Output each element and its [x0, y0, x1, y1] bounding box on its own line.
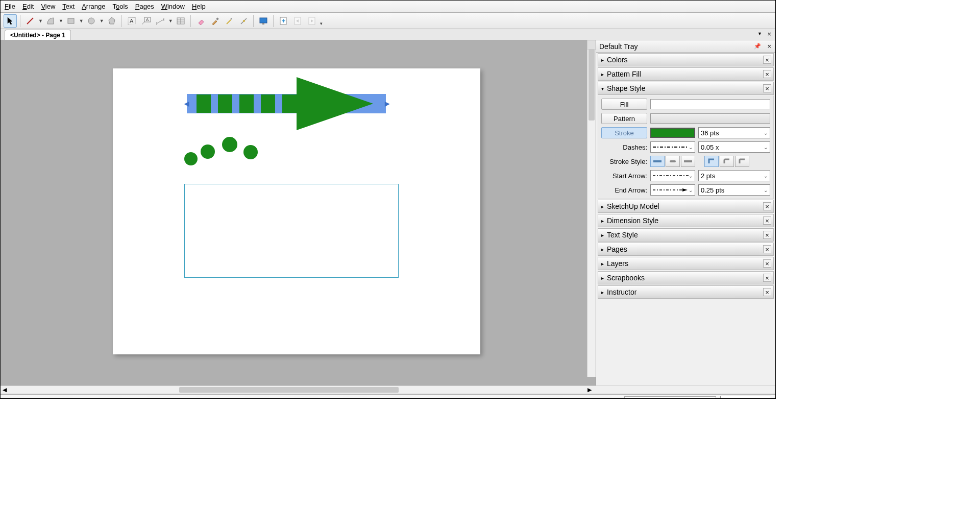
panel-text-style-close[interactable]: × — [763, 231, 771, 239]
join-round-button[interactable] — [720, 156, 734, 167]
panel-shape-style-close[interactable]: × — [763, 84, 771, 92]
text-tool[interactable]: A — [125, 14, 138, 28]
split-tool[interactable] — [223, 14, 236, 28]
panel-pages[interactable]: ▸Pages× — [598, 243, 774, 256]
arrow-shape[interactable] — [189, 75, 404, 136]
select-tool[interactable] — [4, 14, 17, 28]
panel-instructor-close[interactable]: × — [763, 288, 771, 296]
dashes-pattern-dropdown[interactable]: ⌄ — [650, 141, 695, 153]
menu-tools[interactable]: Tools — [112, 3, 128, 10]
next-page-tool[interactable] — [305, 14, 318, 28]
panel-layers[interactable]: ▸Layers× — [598, 257, 774, 270]
panel-pages-close[interactable]: × — [763, 245, 771, 253]
polygon-tool[interactable] — [105, 14, 118, 28]
style-tool[interactable] — [208, 14, 222, 28]
scroll-left-button[interactable]: ◀ — [3, 387, 7, 393]
menu-help[interactable]: Help — [192, 3, 206, 10]
table-tool[interactable] — [174, 14, 187, 28]
end-arrow-size-dropdown[interactable]: 0.25 pts⌄ — [698, 184, 770, 196]
prev-page-tool[interactable] — [291, 14, 304, 28]
join-miter-button[interactable] — [704, 156, 719, 167]
measurements-input[interactable] — [624, 396, 716, 399]
vertical-scrollbar[interactable] — [587, 40, 596, 377]
document-tab[interactable]: <Untitled> - Page 1 — [5, 30, 71, 40]
circle-tool[interactable] — [85, 14, 98, 28]
cap-flat-button[interactable] — [650, 156, 665, 167]
panel-sketchup-model[interactable]: ▸SketchUp Model× — [598, 200, 774, 213]
arc-tool[interactable] — [44, 14, 57, 28]
start-arrow-label: Start Arrow: — [601, 172, 647, 180]
horizontal-scrollbar[interactable]: ◀ ▶ — [1, 386, 775, 394]
menu-window[interactable]: Window — [161, 3, 185, 10]
start-arrow-size-dropdown[interactable]: 2 pts⌄ — [698, 170, 770, 181]
panel-pattern-fill[interactable]: ▸Pattern Fill× — [598, 67, 774, 81]
dot-shape-3[interactable] — [222, 137, 237, 152]
tray-title-bar[interactable]: Default Tray 📌 × — [596, 40, 775, 53]
panel-scrapbooks[interactable]: ▸Scrapbooks× — [598, 271, 774, 284]
circle-tool-dropdown[interactable]: ▼ — [100, 18, 104, 23]
end-arrow-dropdown[interactable]: ⌄ — [650, 184, 695, 196]
dot-shape-1[interactable] — [184, 152, 198, 165]
panel-text-style[interactable]: ▸Text Style× — [598, 228, 774, 242]
pattern-swatch[interactable] — [650, 113, 770, 124]
scroll-right-button[interactable]: ▶ — [587, 387, 592, 393]
svg-text:A: A — [146, 17, 149, 22]
menu-arrange[interactable]: Arrange — [82, 3, 105, 10]
document-tabs: <Untitled> - Page 1 ▼ × — [1, 29, 775, 40]
panel-instructor[interactable]: ▸Instructor× — [598, 285, 774, 299]
dimension-tool[interactable] — [154, 14, 167, 28]
panel-dimension-style[interactable]: ▸Dimension Style× — [598, 214, 774, 227]
rect-tool[interactable] — [64, 14, 78, 28]
panel-scrapbooks-close[interactable]: × — [763, 274, 771, 282]
panel-colors-close[interactable]: × — [763, 56, 771, 64]
start-arrow-dropdown[interactable]: ⌄ — [650, 170, 695, 181]
pattern-button[interactable]: Pattern — [601, 113, 647, 124]
panel-colors[interactable]: ▸Colors× — [598, 53, 774, 66]
eraser-tool[interactable] — [194, 14, 207, 28]
panel-shape-style[interactable]: ▾Shape Style× — [598, 82, 774, 95]
svg-rect-27 — [653, 160, 662, 162]
menu-pages[interactable]: Pages — [135, 3, 154, 10]
scroll-thumb[interactable] — [179, 387, 399, 393]
panel-dimension-close[interactable]: × — [763, 217, 771, 225]
canvas[interactable]: ◀ ▶ + — [1, 40, 596, 386]
cap-round-button[interactable] — [666, 156, 680, 167]
join-tool[interactable] — [237, 14, 250, 28]
tray-close-button[interactable]: × — [767, 42, 771, 50]
tab-list-dropdown[interactable]: ▼ — [757, 31, 762, 36]
line-tool[interactable] — [23, 14, 37, 28]
join-bevel-button[interactable] — [735, 156, 749, 167]
dashes-scale-dropdown[interactable]: 0.05 x⌄ — [698, 141, 770, 153]
cap-square-button[interactable] — [681, 156, 695, 167]
label-tool[interactable]: A — [139, 14, 153, 28]
menu-file[interactable]: File — [5, 3, 15, 10]
stroke-size-dropdown[interactable]: 36 pts⌄ — [698, 127, 770, 138]
line-tool-dropdown[interactable]: ▼ — [38, 18, 43, 23]
fill-button[interactable]: Fill — [601, 99, 647, 110]
menu-text[interactable]: Text — [62, 3, 75, 10]
svg-rect-18 — [260, 18, 267, 23]
fill-swatch[interactable] — [650, 99, 770, 109]
menu-view[interactable]: View — [41, 3, 55, 10]
panel-layers-close[interactable]: × — [763, 259, 771, 268]
panel-pattern-fill-close[interactable]: × — [763, 70, 771, 78]
dot-shape-4[interactable] — [243, 145, 258, 159]
tray-pin-icon[interactable]: 📌 — [754, 43, 761, 50]
rectangle-shape[interactable] — [184, 184, 399, 278]
page[interactable]: ◀ ▶ + — [113, 68, 480, 354]
rect-tool-dropdown[interactable]: ▼ — [79, 18, 84, 23]
dashes-label: Dashes: — [601, 143, 647, 151]
selection-handle-left[interactable]: ◀ — [184, 101, 189, 107]
tab-close-button[interactable]: × — [767, 30, 771, 38]
stroke-color-swatch[interactable] — [650, 128, 695, 138]
menu-edit[interactable]: Edit — [22, 3, 34, 10]
add-page-tool[interactable]: + — [277, 14, 290, 28]
panel-sketchup-close[interactable]: × — [763, 202, 771, 210]
dimension-tool-dropdown[interactable]: ▼ — [168, 18, 173, 23]
page-tool-dropdown[interactable]: ▾ — [320, 21, 323, 26]
stroke-button[interactable]: Stroke — [601, 127, 647, 138]
zoom-dropdown[interactable]: Scale To Fit⌄ — [720, 396, 771, 399]
arc-tool-dropdown[interactable]: ▼ — [59, 18, 63, 23]
dot-shape-2[interactable] — [201, 145, 215, 159]
present-tool[interactable] — [257, 14, 270, 28]
